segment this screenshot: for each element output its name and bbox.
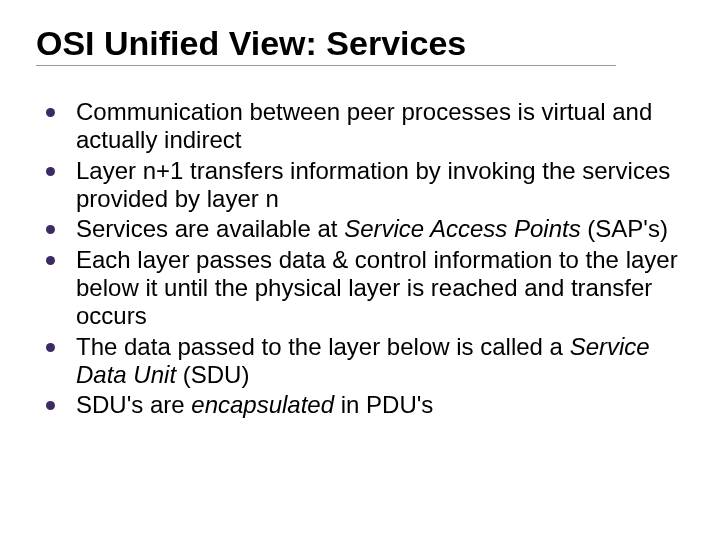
list-item: The data passed to the layer below is ca… [42, 333, 684, 390]
list-item: Layer n+1 transfers information by invok… [42, 157, 684, 214]
bullet-text-post: (SAP's) [581, 215, 668, 242]
list-item: Each layer passes data & control informa… [42, 246, 684, 331]
bullet-emph: encapsulated [191, 391, 334, 418]
bullet-text-post: in PDU's [334, 391, 433, 418]
bullet-text: SDU's are [76, 391, 191, 418]
list-item: Services are available at Service Access… [42, 215, 684, 243]
bullet-text: Layer n+1 transfers information by invok… [76, 157, 670, 212]
bullet-emph: Service Access Points [344, 215, 581, 242]
bullet-text: The data passed to the layer below is ca… [76, 333, 570, 360]
slide: OSI Unified View: Services Communication… [0, 0, 720, 540]
bullet-list: Communication between peer processes is … [36, 98, 684, 419]
list-item: Communication between peer processes is … [42, 98, 684, 155]
bullet-text: Communication between peer processes is … [76, 98, 652, 153]
bullet-text-post: (SDU) [176, 361, 249, 388]
slide-title: OSI Unified View: Services [36, 24, 616, 66]
bullet-text: Each layer passes data & control informa… [76, 246, 678, 330]
bullet-text: Services are available at [76, 215, 344, 242]
list-item: SDU's are encapsulated in PDU's [42, 391, 684, 419]
